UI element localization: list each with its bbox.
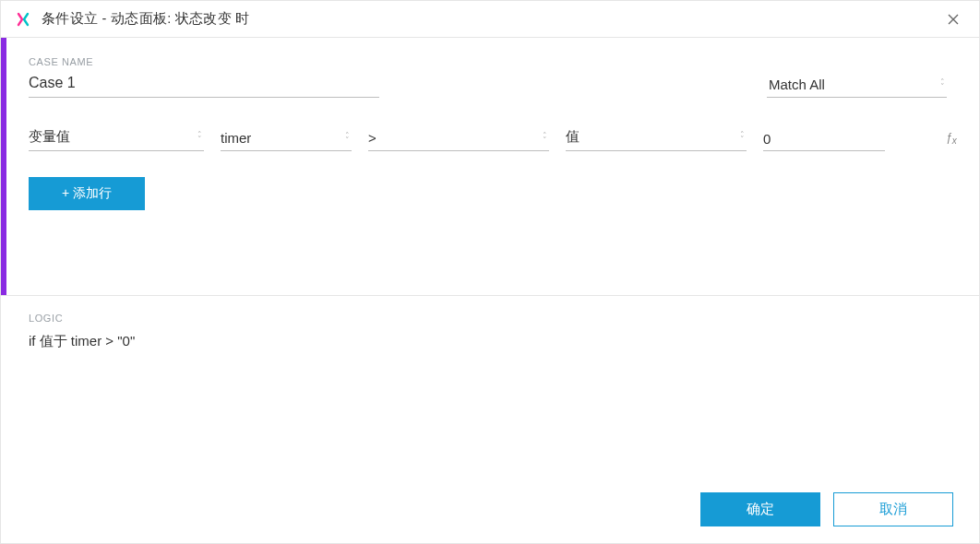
- accent-strip: [1, 38, 6, 295]
- titlebar: 条件设立 - 动态面板: 状态改变 时: [1, 1, 979, 38]
- add-row-button[interactable]: + 添加行: [29, 177, 145, 210]
- chevron-updown-icon: ˄˅: [197, 133, 202, 142]
- condition-type-value: 变量值: [29, 128, 70, 146]
- conditions-section: CASE NAME Match All ˄˅ 变量值 ˄˅ timer ˄˅ >…: [1, 38, 979, 296]
- ok-button[interactable]: 确定: [700, 492, 820, 526]
- chevron-updown-icon: ˄˅: [543, 134, 547, 143]
- operator-select[interactable]: > ˄˅: [368, 125, 549, 151]
- variable-value: timer: [221, 130, 251, 146]
- logic-expression: if 值于 timer > "0": [29, 333, 951, 350]
- match-mode-value: Match All: [769, 77, 825, 92]
- logic-section: LOGIC if 值于 timer > "0": [1, 296, 979, 481]
- dialog-title: 条件设立 - 动态面板: 状态改变 时: [42, 10, 250, 28]
- case-name-row: Match All ˄˅: [29, 69, 951, 98]
- dialog-content: CASE NAME Match All ˄˅ 变量值 ˄˅ timer ˄˅ >…: [1, 38, 979, 543]
- compare-type-value: 值: [566, 128, 580, 146]
- close-icon: [947, 13, 960, 26]
- condition-row: 变量值 ˄˅ timer ˄˅ > ˄˅ 值 ˄˅ ƒx: [29, 124, 951, 151]
- chevron-updown-icon: ˄˅: [345, 134, 350, 143]
- value-input-wrap: ƒx: [763, 128, 885, 151]
- match-mode-select[interactable]: Match All ˄˅: [767, 72, 947, 98]
- case-name-input[interactable]: [29, 69, 379, 98]
- chevron-updown-icon: ˄˅: [940, 80, 945, 89]
- operator-value: >: [368, 130, 376, 146]
- fx-button[interactable]: ƒx: [946, 131, 957, 146]
- logic-label: LOGIC: [29, 313, 951, 324]
- condition-type-select[interactable]: 变量值 ˄˅: [29, 124, 204, 151]
- app-logo-icon: [16, 12, 30, 27]
- case-name-label: CASE NAME: [29, 56, 951, 67]
- dialog-footer: 确定 取消: [1, 481, 979, 543]
- cancel-button[interactable]: 取消: [833, 492, 953, 526]
- chevron-updown-icon: ˄˅: [740, 133, 745, 142]
- value-input[interactable]: [763, 131, 938, 147]
- compare-type-select[interactable]: 值 ˄˅: [566, 124, 747, 151]
- variable-select[interactable]: timer ˄˅: [221, 125, 352, 151]
- close-button[interactable]: [940, 6, 966, 32]
